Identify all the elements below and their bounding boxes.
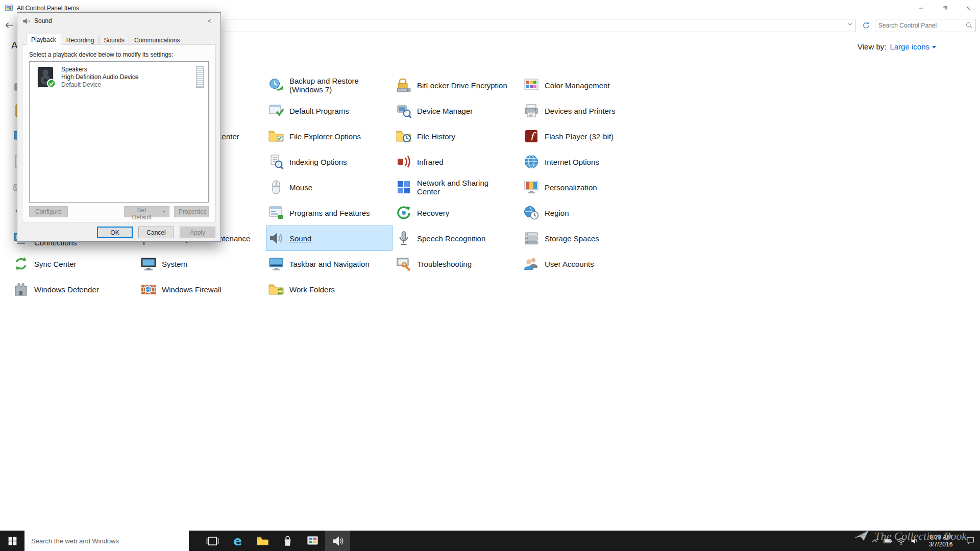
action-center-icon[interactable]	[961, 531, 980, 551]
control-panel-item-indexing-options[interactable]: Indexing Options	[266, 149, 392, 174]
control-panel-item-windows-defender[interactable]: Windows Defender	[11, 277, 137, 302]
control-panel-item-internet-options[interactable]: Internet Options	[522, 149, 647, 174]
control-panel-item-work-folders[interactable]: Work Folders	[266, 277, 392, 302]
control-panel-item-label: System	[162, 260, 187, 268]
control-panel-item-label: Sync Center	[34, 260, 77, 268]
tab-recording[interactable]: Recording	[62, 35, 99, 45]
control-panel-item-recovery[interactable]: Recovery	[394, 201, 520, 225]
control-panel-item-speech-recognition[interactable]: Speech Recognition	[394, 226, 520, 251]
control-panel-item-label: Mouse	[289, 183, 312, 192]
tab-sounds[interactable]: Sounds	[99, 35, 129, 45]
default-programs-icon	[268, 103, 284, 119]
control-panel-item-sync-center[interactable]: Sync Center	[11, 252, 137, 276]
tab-communications[interactable]: Communications	[130, 35, 184, 45]
volume-meter	[196, 66, 204, 88]
taskbar-store-icon[interactable]	[275, 531, 300, 551]
configure-button[interactable]: Configure	[29, 206, 68, 217]
control-panel-item-label: Personalization	[545, 183, 597, 192]
control-panel-item-system[interactable]: System	[139, 252, 264, 276]
start-button[interactable]	[0, 531, 24, 551]
set-default-dropdown-button[interactable]	[159, 206, 169, 217]
properties-button[interactable]: Properties	[174, 206, 209, 217]
sound-dialog: Sound PlaybackRecordingSoundsCommunicati…	[17, 12, 221, 242]
control-panel-item-troubleshooting[interactable]: Troubleshooting	[394, 252, 520, 276]
file-history-icon	[396, 128, 412, 144]
windows-defender-icon	[13, 281, 29, 297]
storage-spaces-icon	[523, 230, 540, 246]
control-panel-item-bitlocker-drive-encryption[interactable]: BitLocker Drive Encryption	[394, 73, 520, 97]
clock-date: 3/7/2016	[921, 541, 961, 548]
tab-playback[interactable]: Playback	[26, 34, 61, 45]
control-panel-item-label: Network and Sharing Center	[417, 179, 488, 196]
set-default-split-button: Set Default	[124, 206, 169, 217]
control-panel-item-user-accounts[interactable]: User Accounts	[522, 252, 647, 276]
control-panel-item-label: File Explorer Options	[289, 132, 361, 141]
backup-restore-icon	[268, 77, 284, 93]
device-row-speakers[interactable]: Speakers High Definition Audio Device De…	[30, 62, 208, 92]
device-name: Speakers	[61, 66, 138, 73]
control-panel-item-device-manager[interactable]: Device Manager	[394, 98, 520, 123]
control-panel-item-backup-and-restore-windows-7[interactable]: Backup and Restore (Windows 7)	[266, 73, 392, 97]
control-panel-item-sound[interactable]: Sound	[266, 226, 392, 251]
control-panel-item-infrared[interactable]: Infrared	[394, 149, 520, 174]
playback-device-list[interactable]: Speakers High Definition Audio Device De…	[29, 61, 209, 203]
control-panel-item-programs-and-features[interactable]: Programs and Features	[266, 201, 392, 225]
apply-button[interactable]: Apply	[180, 227, 215, 238]
chevron-up-icon[interactable]	[868, 531, 881, 551]
control-panel-item-label: Devices and Printers	[545, 107, 615, 115]
region-icon	[523, 205, 540, 221]
control-panel-item-storage-spaces[interactable]: Storage Spaces	[522, 226, 647, 251]
control-panel-item-label: Storage Spaces	[545, 234, 599, 243]
control-panel-item-color-management[interactable]: Color Management	[522, 73, 647, 97]
windows-firewall-icon	[140, 281, 157, 297]
bitlocker-icon	[396, 77, 412, 93]
color-management-icon	[523, 77, 540, 93]
battery-icon[interactable]	[881, 531, 894, 551]
taskbar-clock[interactable]: 9:28 AM 3/7/2016	[921, 534, 961, 548]
control-panel-item-label: Flash Player (32-bit)	[545, 132, 614, 141]
device-text: Speakers High Definition Audio Device De…	[61, 66, 138, 89]
control-panel-item-default-programs[interactable]: Default Programs	[266, 98, 392, 123]
control-panel-item-label: Recovery	[417, 209, 449, 217]
ok-button[interactable]: OK	[97, 227, 133, 238]
taskbar-task-view-icon[interactable]	[200, 531, 225, 551]
taskbar-app-icons: e	[200, 531, 350, 551]
device-manager-icon	[396, 103, 412, 119]
system-icon	[140, 256, 157, 272]
control-panel-item-file-explorer-options[interactable]: File Explorer Options	[266, 124, 392, 148]
taskbar-file-explorer-icon[interactable]	[250, 531, 275, 551]
user-accounts-icon	[523, 256, 540, 272]
control-panel-item-label: Sound	[289, 234, 311, 243]
control-panel-item-label: Infrared	[417, 158, 444, 166]
control-panel-item-mouse[interactable]: Mouse	[266, 175, 392, 199]
set-default-button[interactable]: Set Default	[124, 206, 159, 217]
cancel-button[interactable]: Cancel	[138, 227, 174, 238]
control-panel-item-devices-and-printers[interactable]: Devices and Printers	[522, 98, 647, 123]
volume-icon[interactable]	[908, 531, 921, 551]
control-panel-item-label: Taskbar and Navigation	[289, 260, 370, 268]
control-panel-item-region[interactable]: Region	[522, 201, 647, 225]
control-panel-item-file-history[interactable]: File History	[394, 124, 520, 148]
network-icon[interactable]	[894, 531, 908, 551]
control-panel-item-personalization[interactable]: Personalization	[522, 175, 647, 199]
control-panel-item-label: Internet Options	[545, 158, 599, 166]
taskbar-sound-icon[interactable]	[325, 531, 350, 551]
speech-recognition-icon	[396, 230, 412, 246]
control-panel-item-label: Programs and Features	[289, 209, 370, 217]
control-panel-item-network-and-sharing-center[interactable]: Network and Sharing Center	[394, 175, 520, 199]
control-panel-item-label: Indexing Options	[289, 158, 347, 166]
control-panel-item-label: Backup and Restore (Windows 7)	[289, 77, 359, 94]
dialog-close-button[interactable]	[198, 13, 220, 29]
control-panel-item-taskbar-and-navigation[interactable]: Taskbar and Navigation	[266, 252, 392, 276]
system-tray: 9:28 AM 3/7/2016	[868, 531, 980, 551]
taskbar-edge-icon[interactable]: e	[225, 531, 250, 551]
control-panel-item-flash-player-32-bit[interactable]: fFlash Player (32-bit)	[522, 124, 647, 148]
control-panel-item-label: Speech Recognition	[417, 234, 485, 243]
control-panel-item-label: Region	[545, 209, 569, 217]
taskbar-control-panel-icon[interactable]	[300, 531, 325, 551]
taskbar-search[interactable]: Search the web and Windows	[24, 531, 189, 551]
control-panel-item-windows-firewall[interactable]: Windows Firewall	[139, 277, 264, 302]
file-explorer-options-icon	[268, 128, 284, 144]
personalization-icon	[523, 179, 540, 195]
control-panel-item-label: Windows Firewall	[162, 285, 222, 294]
